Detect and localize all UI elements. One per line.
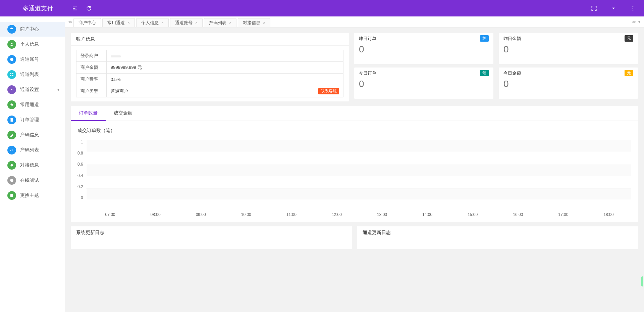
sidebar-item-online-test[interactable]: ¥ 在线测试 — [0, 173, 65, 188]
stat-badge: 元 — [625, 70, 633, 76]
x-tick: 18:00 — [586, 212, 631, 217]
stat-title: 今日订单 — [359, 70, 376, 76]
content: 账户信息 登录商户 商户余额 9999999.999 元 — [65, 28, 644, 312]
user-dropdown-icon[interactable] — [610, 5, 616, 11]
stat-title: 昨日金额 — [503, 36, 521, 42]
login-merchant-label: 登录商户 — [76, 50, 107, 62]
stat-yesterday-amount: 昨日金额元 0 — [499, 33, 638, 64]
more-icon[interactable] — [630, 5, 636, 11]
x-tick: 16:00 — [495, 212, 541, 217]
sidebar-item-order-mgmt[interactable]: 订单管理 — [0, 113, 65, 127]
sidebar-item-channel-account[interactable]: 通道账号 — [0, 52, 65, 67]
chart-tab-amount[interactable]: 成交金额 — [106, 106, 141, 121]
tab-common-channel[interactable]: 常用通道× — [102, 18, 135, 27]
x-tick: 07:00 — [88, 212, 133, 217]
sidebar-item-label: 个人信息 — [20, 41, 39, 47]
x-tick: 15:00 — [450, 212, 495, 217]
sidebar-item-channel-settings[interactable]: 通道设置 ▾ — [0, 82, 65, 97]
stat-value: 0 — [354, 44, 493, 58]
card-title: 账户信息 — [71, 33, 349, 46]
x-tick: 11:00 — [269, 212, 314, 217]
table-row: 登录商户 — [76, 50, 343, 62]
chart-card: 订单数量 成交金额 成交订单数（笔） 1 0.8 0.6 0.4 0.2 0 — [71, 106, 638, 222]
y-tick: 1 — [81, 140, 83, 144]
menu-toggle-icon[interactable] — [72, 5, 78, 11]
y-tick: 0.8 — [77, 151, 83, 155]
sidebar-item-code-list[interactable]: 产码列表 — [0, 143, 65, 158]
sidebar-item-channel-list[interactable]: 通道列表 — [0, 67, 65, 82]
contact-support-button[interactable]: 联系客服 — [318, 88, 339, 94]
tabs-scroll-left[interactable]: ≪ — [67, 16, 73, 27]
tab-channel-account[interactable]: 通道账号× — [170, 18, 203, 27]
stat-badge: 笔 — [480, 70, 489, 76]
chart-title: 成交订单数（笔） — [77, 128, 631, 134]
chart-body: 成交订单数（笔） 1 0.8 0.6 0.4 0.2 0 — [71, 121, 638, 222]
sidebar-item-label: 产码信息 — [20, 132, 39, 138]
sidebar-item-theme[interactable]: 更换主题 — [0, 188, 65, 203]
x-tick: 13:00 — [359, 212, 405, 217]
rate-value: 0.5% — [107, 74, 343, 85]
tab-integration-info[interactable]: 对接信息× — [238, 18, 270, 27]
close-icon[interactable]: × — [161, 20, 164, 25]
tab-label: 通道账号 — [175, 20, 193, 26]
sidebar-item-label: 对接信息 — [20, 162, 39, 168]
sidebar-item-label: 通道账号 — [20, 56, 39, 62]
tab-personal-info[interactable]: 个人信息× — [136, 18, 169, 27]
close-icon[interactable]: × — [195, 20, 198, 25]
account-info-card: 账户信息 登录商户 商户余额 9999999.999 元 — [71, 33, 349, 101]
table-row: 商户余额 9999999.999 元 — [76, 62, 343, 74]
sidebar-item-code-info[interactable]: 产码信息 — [0, 128, 65, 142]
type-cell: 普通商户 联系客服 — [107, 85, 343, 97]
close-icon[interactable]: × — [229, 20, 231, 25]
tabs-scroll-right[interactable]: ≫ ▾ — [630, 16, 642, 27]
fullscreen-icon[interactable] — [591, 5, 597, 11]
sidebar-item-common-channel[interactable]: 常用通道 — [0, 97, 65, 112]
theme-icon — [7, 191, 16, 200]
tab-code-list[interactable]: 产码列表× — [204, 18, 236, 27]
chart-y-axis: 1 0.8 0.6 0.4 0.2 0 — [77, 140, 86, 200]
svg-point-4 — [10, 58, 13, 61]
table-row: 商户类型 普通商户 联系客服 — [76, 85, 343, 97]
gear-icon — [7, 161, 16, 170]
sidebar-item-integration-info[interactable]: 对接信息 — [0, 158, 65, 173]
main: ≪ 商户中心 常用通道× 个人信息× 通道账号× 产码列表× 对接信息× ≫ ▾… — [65, 16, 644, 312]
tab-merchant-center[interactable]: 商户中心 — [73, 18, 101, 27]
x-tick: 17:00 — [541, 212, 586, 217]
login-merchant-value — [107, 50, 343, 62]
test-icon: ¥ — [7, 176, 16, 185]
tabs: 商户中心 常用通道× 个人信息× 通道账号× 产码列表× 对接信息× — [73, 16, 630, 27]
stat-badge: 笔 — [480, 35, 489, 42]
tab-label: 商户中心 — [78, 20, 96, 26]
chart-tab-quantity[interactable]: 订单数量 — [71, 106, 106, 121]
refresh-icon[interactable] — [86, 5, 92, 11]
table-row: 商户费率 0.5% — [76, 74, 343, 85]
scrollbar[interactable] — [641, 276, 643, 286]
tab-label: 对接信息 — [243, 20, 260, 26]
stat-title: 今日金额 — [503, 70, 521, 76]
close-icon[interactable]: × — [263, 20, 265, 25]
star-icon — [7, 100, 16, 109]
sidebar-item-label: 在线测试 — [20, 177, 39, 183]
svg-rect-10 — [11, 118, 13, 122]
rate-label: 商户费率 — [76, 74, 107, 85]
channel-log-title: 通道更新日志 — [357, 226, 638, 239]
y-tick: 0.6 — [77, 162, 83, 167]
type-value: 普通商户 — [111, 88, 128, 94]
svg-rect-7 — [10, 75, 11, 76]
tab-label: 常用通道 — [107, 20, 125, 26]
document-icon — [7, 116, 16, 124]
svg-point-1 — [633, 8, 633, 8]
stat-badge: 元 — [625, 35, 633, 42]
stats-right-col: 昨日金额元 0 今日金额元 0 — [499, 33, 638, 101]
close-icon[interactable]: × — [127, 20, 130, 25]
y-tick: 0.2 — [77, 184, 83, 189]
svg-point-9 — [11, 89, 12, 90]
tab-label: 个人信息 — [141, 20, 159, 26]
stat-today-orders: 今日订单笔 0 — [354, 68, 493, 99]
system-log-card: 系统更新日志 — [71, 226, 352, 249]
tabs-menu-icon[interactable]: ▾ — [638, 19, 640, 24]
balance-label: 商户余额 — [76, 62, 107, 74]
sidebar-item-personal-info[interactable]: 个人信息 — [0, 37, 65, 52]
sidebar-item-merchant-center[interactable]: 商户中心 — [0, 22, 65, 37]
sidebar-item-label: 更换主题 — [20, 192, 39, 198]
